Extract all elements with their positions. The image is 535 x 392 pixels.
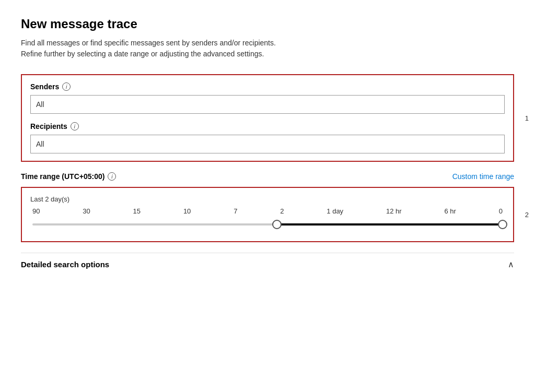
custom-time-range-link[interactable]: Custom time range xyxy=(452,172,514,181)
tick-0: 0 xyxy=(499,207,503,215)
tick-7: 7 xyxy=(234,207,237,215)
senders-recipients-box: Senders i Recipients i xyxy=(21,74,514,162)
slider-track-container[interactable] xyxy=(30,218,505,231)
recipients-info-icon[interactable]: i xyxy=(71,122,79,130)
slider-thumb-left[interactable] xyxy=(272,220,282,229)
senders-recipients-section: Senders i Recipients i 1 xyxy=(21,74,514,162)
senders-info-icon[interactable]: i xyxy=(62,82,71,91)
senders-label-text: Senders xyxy=(30,82,59,91)
recipients-section: Recipients i xyxy=(30,122,505,153)
slider-box: Last 2 day(s) 90 30 15 10 7 2 1 day 12 h… xyxy=(21,187,514,242)
page-title: New message trace xyxy=(21,17,514,31)
time-range-label: Time range (UTC+05:00) i xyxy=(21,172,116,181)
tick-15: 15 xyxy=(133,207,141,215)
tick-90: 90 xyxy=(32,207,40,215)
time-range-info-icon[interactable]: i xyxy=(108,172,116,181)
tick-30: 30 xyxy=(83,207,90,215)
slider-thumb-right[interactable] xyxy=(498,220,507,229)
page-description: Find all messages or find specific messa… xyxy=(21,38,514,60)
recipients-input[interactable] xyxy=(30,135,505,153)
tick-12hr: 12 hr xyxy=(386,207,402,215)
recipients-label: Recipients i xyxy=(30,122,505,130)
tick-10: 10 xyxy=(183,207,191,215)
tick-2: 2 xyxy=(280,207,284,215)
recipients-label-text: Recipients xyxy=(30,122,67,130)
section2-badge: 2 xyxy=(525,211,529,219)
slider-current-value: Last 2 day(s) xyxy=(30,195,505,203)
tick-6hr: 6 hr xyxy=(444,207,456,215)
detailed-search-label: Detailed search options xyxy=(21,260,109,269)
senders-input[interactable] xyxy=(30,95,505,114)
slider-tick-labels: 90 30 15 10 7 2 1 day 12 hr 6 hr 0 xyxy=(30,207,505,215)
time-range-header: Time range (UTC+05:00) i Custom time ran… xyxy=(21,172,514,181)
time-range-label-text: Time range (UTC+05:00) xyxy=(21,172,104,181)
slider-section-outer: Last 2 day(s) 90 30 15 10 7 2 1 day 12 h… xyxy=(21,187,514,242)
slider-track xyxy=(32,223,503,225)
detailed-search-header[interactable]: Detailed search options ∧ xyxy=(21,253,514,276)
slider-track-filled xyxy=(277,223,503,225)
section1-badge: 1 xyxy=(525,114,529,122)
senders-label: Senders i xyxy=(30,82,505,91)
chevron-up-icon: ∧ xyxy=(508,259,514,269)
tick-1day: 1 day xyxy=(327,207,343,215)
